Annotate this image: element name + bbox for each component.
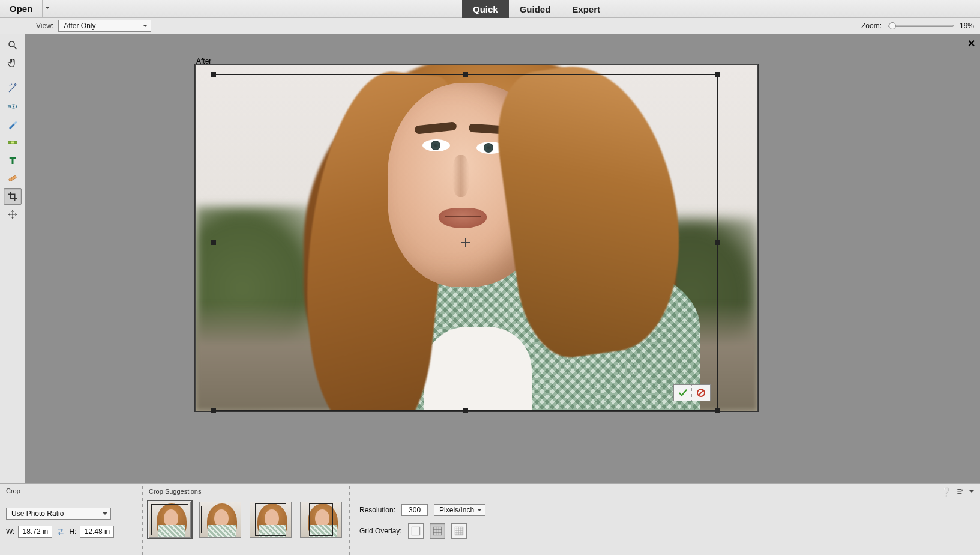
tool-zoom[interactable] — [4, 37, 22, 53]
crop-handle-sw[interactable] — [211, 408, 216, 413]
tool-redeye[interactable] — [4, 98, 22, 115]
type-icon — [7, 155, 18, 166]
crop-marquee[interactable] — [214, 74, 718, 411]
canvas-area: ✕ After — [25, 34, 980, 483]
tool-quick-select[interactable] — [4, 80, 22, 97]
options-bar: View: After Only Zoom: 19% — [0, 18, 980, 34]
crop-center-icon — [461, 238, 470, 247]
grid-overlay-none[interactable] — [408, 523, 424, 539]
left-toolbar — [0, 34, 25, 483]
brush-icon — [7, 119, 18, 130]
view-label: View: — [36, 22, 53, 30]
crop-suggestion-3[interactable] — [250, 502, 292, 538]
view-dropdown[interactable]: After Only — [58, 20, 151, 32]
tool-straighten[interactable] — [4, 134, 22, 151]
crop-panel-title: Crop — [6, 487, 137, 494]
crop-handle-n[interactable] — [463, 72, 468, 77]
app-topbar: Open Quick Guided Expert — [0, 0, 980, 18]
grid-overlay-grid[interactable] — [451, 523, 467, 539]
svg-rect-13 — [412, 527, 420, 535]
crop-handle-e[interactable] — [715, 240, 720, 245]
wand-icon — [7, 83, 18, 94]
crop-suggestion-4[interactable] — [300, 502, 342, 538]
width-label: W: — [6, 527, 14, 536]
zoom-slider[interactable] — [888, 25, 954, 27]
eye-plus-icon — [7, 101, 18, 112]
overlay-grid-icon — [454, 526, 464, 536]
svg-rect-14 — [433, 527, 442, 535]
zoom-slider-thumb[interactable] — [889, 22, 896, 29]
tool-hand[interactable] — [4, 55, 22, 71]
collapse-icon[interactable] — [969, 487, 974, 497]
tool-crop[interactable] — [4, 188, 22, 205]
resolution-unit-dropdown[interactable]: Pixels/Inch — [434, 504, 485, 516]
svg-point-0 — [9, 41, 14, 47]
svg-point-5 — [13, 106, 14, 108]
crop-suggestion-2[interactable] — [199, 502, 241, 538]
svg-line-1 — [14, 46, 17, 49]
crop-handle-s[interactable] — [463, 408, 468, 413]
crop-icon — [7, 191, 18, 202]
help-icon[interactable]: ❔ — [941, 487, 951, 497]
resolution-value: 300 — [409, 506, 421, 514]
cancel-icon — [696, 387, 706, 398]
crop-suggestions-column: Crop Suggestions — [143, 484, 350, 555]
height-input[interactable]: 12.48 in — [80, 526, 114, 538]
chevron-down-icon — [45, 7, 50, 11]
grid-overlay-thirds[interactable] — [430, 523, 445, 539]
magnifier-icon — [7, 40, 18, 50]
workspace-modes: Quick Guided Expert — [462, 0, 611, 18]
open-button[interactable]: Open — [0, 0, 43, 17]
tool-spot-heal[interactable] — [4, 170, 22, 187]
crop-ratio-dropdown[interactable]: Use Photo Ratio — [6, 508, 111, 520]
crop-options-column: Crop Use Photo Ratio W: 18.72 in H: 12.4… — [0, 484, 143, 555]
checkmark-icon — [678, 387, 688, 398]
svg-point-10 — [13, 178, 13, 178]
height-label: H: — [69, 527, 76, 536]
width-input[interactable]: 18.72 in — [18, 526, 52, 538]
svg-rect-15 — [455, 527, 463, 535]
crop-handle-w[interactable] — [211, 240, 216, 245]
resolution-input[interactable]: 300 — [401, 504, 428, 516]
crop-suggestions-title: Crop Suggestions — [149, 488, 201, 495]
crop-handle-ne[interactable] — [715, 72, 720, 77]
grid-overlay-label: Grid Overlay: — [359, 527, 402, 535]
svg-rect-8 — [8, 175, 17, 182]
zoom-label: Zoom: — [861, 22, 882, 30]
height-value: 12.48 in — [85, 527, 110, 536]
zoom-value: 19% — [960, 22, 974, 30]
svg-point-2 — [9, 85, 10, 86]
swap-icon — [56, 527, 65, 536]
panel-corner-icons: ❔ — [941, 487, 974, 497]
crop-handle-se[interactable] — [715, 408, 720, 413]
commit-crop-button[interactable] — [674, 385, 692, 401]
level-icon — [7, 137, 18, 148]
mode-guided[interactable]: Guided — [509, 0, 562, 18]
mode-expert[interactable]: Expert — [561, 0, 611, 18]
crop-handle-nw[interactable] — [211, 72, 216, 77]
bandaid-icon — [7, 173, 18, 184]
crop-suggestion-1[interactable] — [149, 502, 191, 538]
move-icon — [7, 209, 18, 220]
open-dropdown-caret[interactable] — [43, 0, 52, 17]
svg-rect-7 — [11, 142, 14, 144]
overlay-thirds-icon — [432, 526, 443, 536]
panel-menu-icon[interactable] — [956, 487, 964, 497]
mode-quick[interactable]: Quick — [462, 0, 509, 18]
tool-type[interactable] — [4, 152, 22, 169]
close-document-button[interactable]: ✕ — [967, 38, 975, 49]
tool-whiten-teeth[interactable] — [4, 116, 22, 133]
tool-move[interactable] — [4, 206, 22, 223]
svg-line-12 — [699, 390, 704, 396]
tool-options-panel: Crop Use Photo Ratio W: 18.72 in H: 12.4… — [0, 483, 980, 555]
hand-icon — [7, 58, 18, 68]
svg-point-3 — [11, 84, 12, 85]
resolution-unit-value: Pixels/Inch — [439, 506, 474, 514]
swap-dimensions-button[interactable] — [56, 527, 65, 536]
cancel-crop-button[interactable] — [692, 385, 710, 401]
document-image[interactable] — [195, 64, 758, 411]
resolution-label: Resolution: — [359, 506, 395, 514]
view-dropdown-value: After Only — [64, 22, 95, 30]
overlay-none-icon — [410, 526, 421, 536]
resolution-grid-column: ❔ Resolution: 300 Pixels/Inch Grid Overl… — [350, 484, 980, 555]
